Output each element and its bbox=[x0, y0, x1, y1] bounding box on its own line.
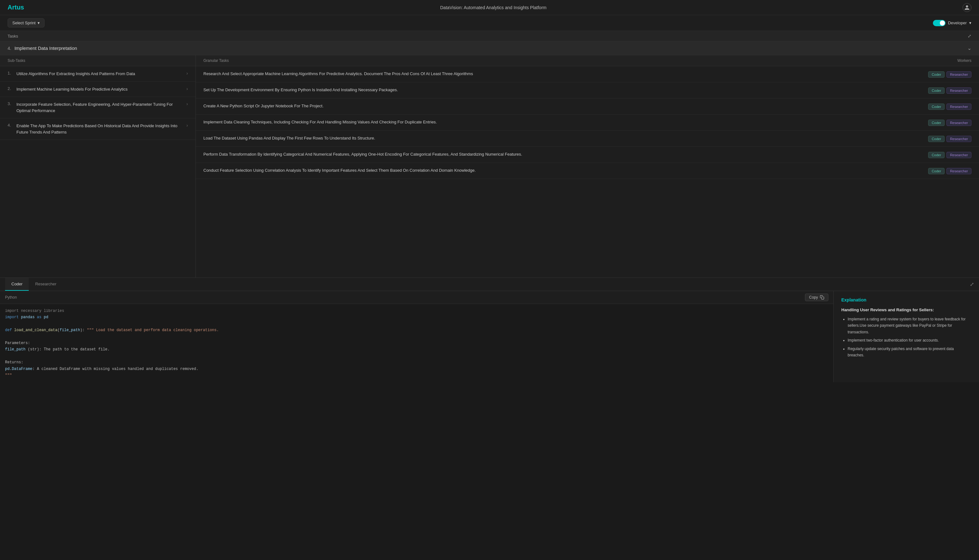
toolbar: Select Sprint ▾ Developer ▾ bbox=[0, 15, 979, 31]
tabs-container: Coder Researcher bbox=[5, 278, 63, 291]
explanation-title: Explanation bbox=[841, 297, 971, 302]
sprint-selector[interactable]: Select Sprint ▾ bbox=[8, 18, 45, 27]
worker-badge-coder: Coder bbox=[928, 136, 945, 142]
subtasks-list: 1. Utilize Algorithms For Extracting Ins… bbox=[0, 66, 195, 140]
granular-row: Perform Data Transformation By Identifyi… bbox=[196, 147, 979, 163]
code-content: import necessary libraries import pandas… bbox=[0, 304, 834, 382]
page-title: DataVision: Automated Analytics and Insi… bbox=[440, 5, 547, 10]
workers-badges: CoderResearcher bbox=[915, 119, 971, 126]
task-header-row: 4. Implement Data Interpretation ⌄ bbox=[0, 42, 979, 55]
code-toolbar: Python Copy bbox=[0, 291, 834, 304]
granular-row: Create A New Python Script Or Jupyter No… bbox=[196, 98, 979, 115]
bottom-section: Coder Researcher ⤢ Python Copy import ne… bbox=[0, 278, 979, 382]
developer-chevron-icon: ▾ bbox=[969, 20, 971, 25]
worker-badge-coder: Coder bbox=[928, 71, 945, 78]
subtask-chevron-icon: › bbox=[186, 86, 188, 91]
subtask-item[interactable]: 4. Enable The App To Make Predictions Ba… bbox=[0, 118, 195, 140]
task-number: 4. bbox=[8, 46, 12, 51]
worker-badge-coder: Coder bbox=[928, 103, 945, 110]
worker-badge-coder: Coder bbox=[928, 87, 945, 94]
granular-header: Granular Tasks Workers bbox=[196, 55, 979, 66]
worker-badge-researcher: Researcher bbox=[946, 120, 971, 126]
developer-toggle-switch[interactable] bbox=[933, 20, 946, 26]
workers-badges: CoderResearcher bbox=[915, 71, 971, 78]
subtasks-panel: Sub-Tasks 1. Utilize Algorithms For Extr… bbox=[0, 55, 196, 277]
granular-row: Research And Select Appropriate Machine … bbox=[196, 66, 979, 82]
logo: Artus bbox=[8, 4, 24, 11]
code-panel: Python Copy import necessary libraries i… bbox=[0, 291, 834, 382]
chevron-down-icon: ▾ bbox=[38, 20, 40, 25]
svg-rect-0 bbox=[821, 297, 824, 299]
explanation-item: Implement two-factor authentication for … bbox=[847, 337, 971, 343]
task-title-text: Implement Data Interpretation bbox=[15, 45, 77, 51]
main-content-area: Sub-Tasks 1. Utilize Algorithms For Extr… bbox=[0, 55, 979, 278]
tasks-bar: Tasks ⤢ bbox=[0, 31, 979, 42]
subtask-item[interactable]: 2. Implement Machine Learning Models For… bbox=[0, 82, 195, 97]
workers-badges: CoderResearcher bbox=[915, 151, 971, 158]
granular-header-text: Granular Tasks bbox=[203, 58, 915, 63]
subtasks-header: Sub-Tasks bbox=[0, 55, 195, 66]
workers-badges: CoderResearcher bbox=[915, 87, 971, 94]
workers-badges: CoderResearcher bbox=[915, 135, 971, 142]
explanation-heading: Handling User Reviews and Ratings for Se… bbox=[841, 307, 971, 312]
code-explanation-area: Python Copy import necessary libraries i… bbox=[0, 291, 979, 382]
developer-toggle-area: Developer ▾ bbox=[933, 20, 971, 26]
worker-badge-researcher: Researcher bbox=[946, 136, 971, 142]
granular-row: Conduct Feature Selection Using Correlat… bbox=[196, 163, 979, 179]
granular-panel: Granular Tasks Workers Research And Sele… bbox=[196, 55, 979, 277]
worker-badge-coder: Coder bbox=[928, 168, 945, 174]
code-language-label: Python bbox=[5, 295, 17, 300]
granular-row: Implement Data Cleaning Techniques, Incl… bbox=[196, 115, 979, 131]
explanation-list: Implement a rating and review system for… bbox=[841, 316, 971, 358]
subtask-chevron-icon: › bbox=[186, 71, 188, 76]
explanation-item: Implement a rating and review system for… bbox=[847, 316, 971, 335]
worker-badge-researcher: Researcher bbox=[946, 87, 971, 94]
subtask-item[interactable]: 1. Utilize Algorithms For Extracting Ins… bbox=[0, 66, 195, 82]
explanation-item: Regularly update security patches and so… bbox=[847, 346, 971, 358]
workers-header-text: Workers bbox=[915, 58, 971, 63]
workers-badges: CoderResearcher bbox=[915, 167, 971, 174]
tab-researcher[interactable]: Researcher bbox=[29, 278, 63, 291]
worker-badge-researcher: Researcher bbox=[946, 152, 971, 158]
worker-badge-coder: Coder bbox=[928, 120, 945, 126]
bottom-expand-icon[interactable]: ⤢ bbox=[970, 281, 974, 287]
copy-button[interactable]: Copy bbox=[805, 293, 828, 301]
tab-coder[interactable]: Coder bbox=[5, 278, 29, 291]
header: Artus DataVision: Automated Analytics an… bbox=[0, 0, 979, 15]
subtask-item[interactable]: 3. Incorporate Feature Selection, Featur… bbox=[0, 97, 195, 118]
granular-list: Research And Select Appropriate Machine … bbox=[196, 66, 979, 179]
tasks-label: Tasks bbox=[8, 34, 18, 38]
worker-badge-researcher: Researcher bbox=[946, 168, 971, 174]
granular-row: Set Up The Development Environment By En… bbox=[196, 82, 979, 98]
explanation-panel: Explanation Handling User Reviews and Ra… bbox=[834, 291, 979, 382]
task-chevron-down-icon[interactable]: ⌄ bbox=[967, 45, 971, 51]
developer-label: Developer bbox=[948, 20, 967, 25]
workers-badges: CoderResearcher bbox=[915, 103, 971, 110]
user-avatar[interactable] bbox=[962, 3, 971, 12]
worker-badge-researcher: Researcher bbox=[946, 103, 971, 110]
worker-badge-coder: Coder bbox=[928, 152, 945, 158]
subtask-chevron-icon: › bbox=[186, 101, 188, 107]
subtask-chevron-icon: › bbox=[186, 123, 188, 128]
tabs-bar: Coder Researcher ⤢ bbox=[0, 278, 979, 291]
expand-icon[interactable]: ⤢ bbox=[967, 33, 971, 38]
worker-badge-researcher: Researcher bbox=[946, 71, 971, 78]
granular-row: Load The Dataset Using Pandas And Displa… bbox=[196, 131, 979, 147]
